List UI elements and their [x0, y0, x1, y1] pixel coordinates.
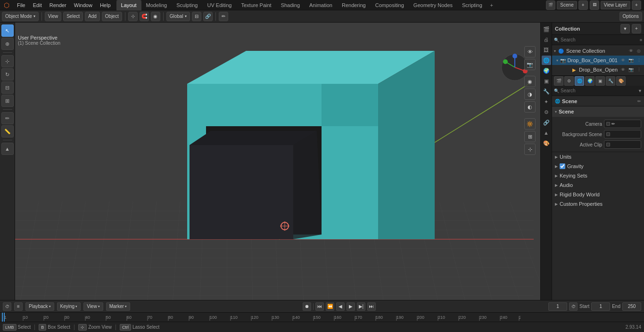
- scale-tool-btn[interactable]: ⊟: [1, 81, 14, 94]
- blender-logo-icon[interactable]: ⬡: [0, 0, 13, 10]
- viewport-mode-material-btn[interactable]: ◑: [524, 89, 536, 100]
- constraints-props-icon[interactable]: 🔗: [542, 118, 551, 127]
- outliner-item-scene-collection[interactable]: ▾ 🔵 Scene Collection 👁 ◎: [552, 46, 644, 56]
- workspace-tab-geometry[interactable]: Geometry Nodes: [409, 0, 457, 10]
- outliner-item-drop-box-001[interactable]: ▾ 📷 Drop_Box_Open_001 👁 📷 ⋮: [552, 56, 644, 65]
- collection-filter-btn[interactable]: ≡: [640, 38, 642, 42]
- drop-box-001-render-icon[interactable]: 📷: [627, 58, 634, 63]
- scene-props-icon[interactable]: 🌐: [542, 56, 551, 65]
- prop-icon-scene[interactable]: 🌐: [575, 76, 584, 86]
- workspace-tab-animation[interactable]: Animation: [305, 0, 337, 10]
- rigid-body-world-section[interactable]: ▶ Rigid Body World: [552, 190, 644, 199]
- drop-box-visibility-icon[interactable]: 👁: [619, 67, 626, 72]
- props-search-input[interactable]: [561, 88, 636, 93]
- keying-menu[interactable]: Keying: [57, 302, 81, 311]
- material-props-icon[interactable]: 🎨: [542, 138, 551, 148]
- cursor-tool-btn[interactable]: ⊕: [1, 38, 14, 50]
- keying-sets-section[interactable]: ▶ Keying Sets: [552, 171, 644, 180]
- props-filter-icon[interactable]: ▼: [638, 89, 642, 93]
- view-layer-props-icon[interactable]: 🖼: [542, 45, 551, 55]
- view-menu[interactable]: View: [45, 12, 62, 21]
- scene-prop-edit-icon[interactable]: ✏: [637, 99, 641, 104]
- proportional-edit-icon[interactable]: ◉: [151, 12, 160, 21]
- constraint-icon[interactable]: 🔗: [203, 12, 213, 21]
- prop-icon-4[interactable]: ▣: [595, 76, 605, 86]
- transport-record-btn[interactable]: ⏺: [303, 302, 311, 311]
- view-layer-selector[interactable]: View Layer: [601, 1, 630, 9]
- select-menu[interactable]: Select: [63, 12, 83, 21]
- annotate-tool-btn[interactable]: ✏: [1, 112, 14, 124]
- background-scene-field[interactable]: [604, 130, 641, 138]
- render-props-icon[interactable]: 🎬: [542, 24, 551, 34]
- add-menu[interactable]: Add: [85, 12, 100, 21]
- particles-props-icon[interactable]: ✦: [542, 97, 551, 106]
- scene-collection-select-icon[interactable]: ◎: [636, 49, 642, 53]
- timeline-ruler[interactable]: 1 10 20 30 40 50 60 70 80 90 100 110 120: [0, 312, 644, 322]
- select-tool-btn[interactable]: ↖: [1, 24, 14, 37]
- object-menu[interactable]: Object: [102, 12, 122, 21]
- end-frame-input[interactable]: 250: [622, 302, 641, 311]
- scene-collection-visibility-icon[interactable]: 👁: [627, 49, 634, 53]
- physics-props-icon[interactable]: ⚙: [542, 107, 551, 117]
- menu-window[interactable]: Window: [70, 0, 96, 10]
- workspace-tab-rendering[interactable]: Rendering: [337, 0, 371, 10]
- camera-value-field[interactable]: ✏: [604, 120, 641, 128]
- viewport-mode-render-btn[interactable]: ◐: [524, 101, 536, 113]
- gravity-checkbox[interactable]: [560, 163, 565, 169]
- menu-help[interactable]: Help: [96, 0, 115, 10]
- snap-icon[interactable]: 🧲: [140, 12, 149, 21]
- current-frame-input[interactable]: 1: [548, 302, 567, 311]
- units-section[interactable]: ▶ Units: [552, 152, 644, 162]
- drop-box-extra-icon[interactable]: ⋮: [636, 67, 642, 72]
- transport-jump-start-btn[interactable]: ⏮: [315, 302, 324, 311]
- scene-select-icon[interactable]: 🎬: [546, 0, 555, 10]
- prop-icon-5[interactable]: 🔧: [606, 76, 615, 86]
- drop-box-001-extra-icon[interactable]: ⋮: [636, 58, 642, 63]
- workspace-tab-scripting[interactable]: Scripting: [457, 0, 487, 10]
- collection-new-icon[interactable]: +: [632, 24, 641, 33]
- data-props-icon[interactable]: ▲: [542, 128, 551, 138]
- object-props-icon[interactable]: ▣: [542, 76, 551, 86]
- output-props-icon[interactable]: 🖨: [542, 35, 551, 44]
- view-layer-add-icon[interactable]: +: [632, 0, 641, 10]
- viewport-overlays-btn[interactable]: ⊹: [524, 144, 536, 155]
- custom-properties-section[interactable]: ▶ Custom Properties: [552, 199, 644, 209]
- viewport-mode-solid-btn[interactable]: ◉: [524, 76, 536, 87]
- move-tool-btn[interactable]: ⊹: [1, 55, 14, 67]
- viewport-camera-btn[interactable]: 📷: [524, 59, 536, 70]
- prop-icon-3[interactable]: 🌍: [585, 76, 594, 86]
- pivot-center-icon[interactable]: ⊹: [128, 12, 138, 21]
- workspace-tab-compositing[interactable]: Compositing: [371, 0, 409, 10]
- menu-edit[interactable]: Edit: [29, 0, 46, 10]
- transform-tool-btn[interactable]: ⊞: [1, 95, 14, 107]
- collection-filter-icon[interactable]: ▼: [620, 24, 630, 33]
- rotate-tool-btn[interactable]: ↻: [1, 68, 14, 81]
- viewport[interactable]: X Y Z User Perspective (1) Scene Collect…: [15, 23, 540, 300]
- menu-render[interactable]: Render: [46, 0, 70, 10]
- start-frame-input[interactable]: 1: [591, 302, 610, 311]
- prop-icon-2[interactable]: ⚙: [564, 76, 574, 86]
- view-menu-tl[interactable]: View: [83, 302, 103, 311]
- modifier-props-icon[interactable]: 🔧: [542, 87, 551, 96]
- transport-jump-end-btn[interactable]: ⏭: [367, 302, 376, 311]
- options-button[interactable]: Options: [619, 12, 642, 21]
- workspace-tab-uv[interactable]: UV Editing: [202, 0, 236, 10]
- prop-icon-1[interactable]: 🎬: [554, 76, 563, 86]
- viewport-display-btn[interactable]: 👁: [524, 46, 536, 57]
- workspace-tab-layout[interactable]: Layout: [116, 0, 141, 10]
- scene-section-header[interactable]: ▾ Scene: [552, 106, 644, 117]
- workspace-tab-shading[interactable]: Shading: [276, 0, 305, 10]
- viewport-gizmos-btn[interactable]: ⊞: [524, 131, 536, 142]
- workspace-tab-texture[interactable]: Texture Paint: [236, 0, 276, 10]
- playback-menu[interactable]: Playback: [25, 302, 54, 311]
- annotate-icon[interactable]: ✏: [219, 12, 228, 21]
- active-clip-field[interactable]: [604, 140, 641, 149]
- prop-icon-6[interactable]: 🎨: [616, 76, 626, 86]
- scene-selector[interactable]: Scene: [557, 1, 577, 9]
- add-workspace-button[interactable]: +: [487, 0, 496, 10]
- drop-box-001-visibility-icon[interactable]: 👁: [619, 58, 626, 63]
- timeline-type-icon[interactable]: ⏱: [3, 302, 11, 311]
- transform-extra-icon[interactable]: ⊟: [192, 12, 201, 21]
- view-layer-icon[interactable]: 🖼: [590, 0, 599, 10]
- transport-jump-back-btn[interactable]: ⏪: [326, 302, 334, 311]
